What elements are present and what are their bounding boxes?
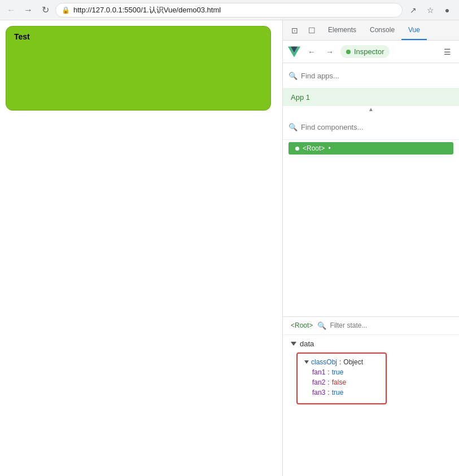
filter-state-icon: 🔍 bbox=[317, 321, 326, 330]
browser-actions: ↗ ☆ ● bbox=[406, 3, 454, 17]
inspector-button[interactable]: Inspector bbox=[340, 45, 390, 58]
devtools-tabs: Elements Console Vue bbox=[321, 20, 454, 40]
fan2-row: fan2 : false bbox=[312, 378, 379, 386]
root-component-label: <Root> bbox=[303, 144, 325, 152]
vue-list-button[interactable]: ☰ bbox=[440, 45, 454, 59]
root-active-dot bbox=[295, 147, 299, 151]
fan3-value: true bbox=[332, 389, 344, 396]
data-section: data classObj : Object fan1 : t bbox=[283, 335, 459, 409]
fan3-colon: : bbox=[327, 389, 329, 396]
browser-chrome: ← → ↻ 🔒 http://127.0.0.1:5500/1.认识Vue/de… bbox=[0, 0, 459, 20]
root-component-button[interactable]: <Root> • bbox=[288, 142, 453, 155]
find-apps-input[interactable] bbox=[301, 68, 453, 83]
tab-vue[interactable]: Vue bbox=[401, 20, 427, 40]
devtools-toolbar: ⊡ ☐ Elements Console Vue bbox=[283, 20, 459, 41]
inspector-label: Inspector bbox=[354, 47, 384, 56]
fan1-key: fan1 bbox=[312, 368, 325, 376]
webpage-content: Test bbox=[0, 20, 282, 476]
scroll-arrow-icon: ▲ bbox=[368, 106, 374, 112]
root-component-dot: • bbox=[328, 144, 330, 152]
find-components-input[interactable] bbox=[301, 119, 453, 135]
bookmark-button[interactable]: ☆ bbox=[423, 3, 438, 17]
tab-console[interactable]: Console bbox=[363, 20, 401, 40]
find-apps-search-row: 🔍 bbox=[288, 68, 453, 83]
data-toggle-arrow bbox=[291, 342, 296, 346]
select-element-button[interactable]: ⊡ bbox=[287, 23, 302, 38]
find-components-section: 🔍 bbox=[283, 114, 459, 140]
green-box-text: Test bbox=[14, 32, 30, 41]
fan1-colon: : bbox=[327, 368, 329, 376]
app1-label: App 1 bbox=[291, 93, 310, 102]
state-root-label: <Root> bbox=[291, 321, 313, 329]
vue-forward-button[interactable]: → bbox=[322, 45, 337, 59]
fan2-colon: : bbox=[327, 378, 329, 386]
state-section: <Root> 🔍 data classObj bbox=[283, 316, 459, 477]
fan3-key: fan3 bbox=[312, 389, 325, 396]
share-button[interactable]: ↗ bbox=[406, 3, 421, 17]
lock-icon: 🔒 bbox=[62, 6, 70, 14]
device-toolbar-button[interactable]: ☐ bbox=[304, 23, 319, 38]
find-apps-search-icon: 🔍 bbox=[288, 72, 298, 80]
find-apps-section: 🔍 bbox=[283, 63, 459, 89]
fan2-value: false bbox=[332, 378, 346, 386]
tab-elements[interactable]: Elements bbox=[321, 20, 363, 40]
state-header: <Root> 🔍 bbox=[283, 317, 459, 335]
fan1-value: true bbox=[332, 368, 344, 376]
address-bar: 🔒 http://127.0.0.1:5500/1.认识Vue/demo03.h… bbox=[55, 3, 403, 17]
inspector-status-dot bbox=[346, 50, 351, 54]
class-obj-box: classObj : Object fan1 : true fan2 : bbox=[296, 352, 387, 404]
class-obj-header-row: classObj : Object bbox=[304, 358, 379, 366]
filter-state-row: 🔍 bbox=[317, 321, 451, 330]
fan2-key: fan2 bbox=[312, 378, 325, 386]
back-button[interactable]: ← bbox=[5, 3, 18, 17]
empty-space bbox=[283, 157, 459, 316]
find-components-row: 🔍 bbox=[288, 119, 453, 135]
vue-logo bbox=[287, 45, 301, 59]
data-label: data bbox=[300, 340, 314, 348]
data-toggle[interactable]: data bbox=[291, 340, 451, 348]
forward-button[interactable]: → bbox=[21, 3, 35, 17]
url-text: http://127.0.0.1:5500/1.认识Vue/demo03.htm… bbox=[73, 5, 396, 15]
class-obj-type: Object bbox=[343, 358, 363, 366]
class-obj-name: classObj bbox=[311, 358, 337, 366]
green-box: Test bbox=[6, 26, 271, 111]
find-components-icon: 🔍 bbox=[288, 123, 298, 131]
main-layout: Test ⊡ ☐ Elements Console Vue bbox=[0, 20, 459, 476]
scroll-arrow: ▲ bbox=[283, 106, 459, 112]
fan1-row: fan1 : true bbox=[312, 368, 379, 376]
app1-item[interactable]: App 1 bbox=[283, 89, 459, 106]
class-obj-arrow bbox=[304, 360, 309, 364]
vue-back-button[interactable]: ← bbox=[304, 45, 319, 59]
fan3-row: fan3 : true bbox=[312, 389, 379, 396]
vue-devtools-toolbar: ← → Inspector ☰ bbox=[283, 41, 459, 63]
filter-state-input[interactable] bbox=[330, 321, 414, 329]
root-component: <Root> • bbox=[283, 140, 459, 157]
profile-button[interactable]: ● bbox=[440, 3, 454, 17]
devtools-panel: ⊡ ☐ Elements Console Vue bbox=[282, 20, 459, 476]
class-obj-colon: : bbox=[339, 358, 341, 366]
refresh-button[interactable]: ↻ bbox=[38, 3, 52, 17]
